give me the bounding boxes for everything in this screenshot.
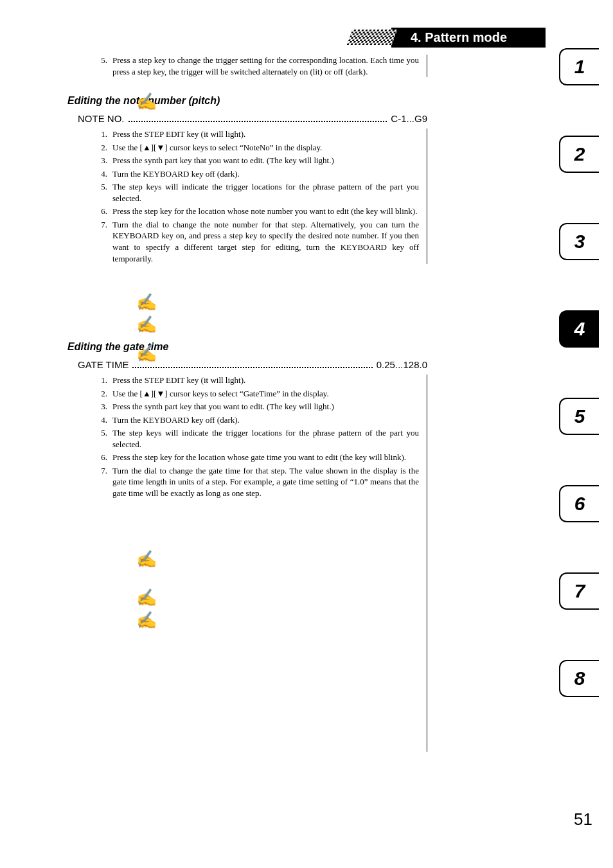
step-text: Press the synth part key that you want t… <box>112 155 419 166</box>
tab-1[interactable]: 1 <box>559 48 599 85</box>
gate-step-list: 1.Press the STEP EDIT key (it will light… <box>67 375 419 499</box>
list-item: 1.Press the STEP EDIT key (it will light… <box>100 128 419 140</box>
note-hand-icon: ✍ <box>136 315 157 335</box>
step-number: 1. <box>100 375 112 386</box>
side-tab-index: 1 2 3 4 5 6 7 8 <box>559 48 599 697</box>
step-text: Press the STEP EDIT key (it will light). <box>112 375 419 386</box>
note-hand-icon: ✍ <box>136 610 157 630</box>
step-text: Press a step key to change the trigger s… <box>112 55 419 77</box>
intro-step-list: 5. Press a step key to change the trigge… <box>67 55 419 77</box>
decorative-checker <box>347 30 398 45</box>
step-number: 6. <box>100 452 112 463</box>
list-item: 1.Press the STEP EDIT key (it will light… <box>100 375 419 386</box>
list-item: 3.Press the synth part key that you want… <box>100 401 419 412</box>
step-number: 2. <box>100 388 112 400</box>
list-item: 3.Press the synth part key that you want… <box>100 155 419 166</box>
step-number: 7. <box>100 465 112 499</box>
tab-7[interactable]: 7 <box>559 572 599 610</box>
list-item: 5. Press a step key to change the trigge… <box>100 55 419 77</box>
step-text: Use the [▲][▼] cursor keys to select “Ga… <box>112 388 419 400</box>
list-item: 6.Press the step key for the location wh… <box>100 452 419 463</box>
list-item: 5.The step keys will indicate the trigge… <box>100 181 419 204</box>
step-number: 7. <box>100 219 112 264</box>
param-label: GATE TIME <box>78 359 129 370</box>
main-content: 5. Press a step key to change the trigge… <box>67 55 427 752</box>
step-text: Press the STEP EDIT key (it will light). <box>112 128 419 140</box>
param-label: NOTE NO. <box>78 113 125 124</box>
param-value: 0.25...128.0 <box>377 359 427 370</box>
list-item: 7.Turn the dial to change the gate time … <box>100 465 419 499</box>
note-hand-icon: ✍ <box>136 292 157 312</box>
step-number: 3. <box>100 401 112 412</box>
parameter-line: NOTE NO. C-1...G9 <box>73 113 427 125</box>
note-hand-icon: ✍ <box>136 549 157 569</box>
step-number: 5. <box>100 181 112 204</box>
step-number: 5. <box>100 55 112 77</box>
note-hand-icon: ✍ <box>136 92 157 112</box>
list-item: 6.Press the step key for the location wh… <box>100 206 419 217</box>
chapter-title: 4. Pattern mode <box>391 28 546 48</box>
list-item: 4.Turn the KEYBOARD key off (dark). <box>100 168 419 180</box>
step-text: Turn the dial to change the gate time fo… <box>112 465 419 499</box>
tab-8[interactable]: 8 <box>559 660 599 697</box>
tab-2[interactable]: 2 <box>559 136 599 173</box>
step-text: Use the [▲][▼] cursor keys to select “No… <box>112 142 419 154</box>
list-item: 2.Use the [▲][▼] cursor keys to select “… <box>100 142 419 154</box>
step-text: Turn the dial to change the note number … <box>112 219 419 264</box>
step-number: 6. <box>100 206 112 217</box>
list-item: 5.The step keys will indicate the trigge… <box>100 427 419 450</box>
step-text: Press the step key for the location whos… <box>112 206 419 217</box>
section-heading-note-number: Editing the note number (pitch) <box>67 95 427 107</box>
step-number: 2. <box>100 142 112 154</box>
step-number: 4. <box>100 168 112 180</box>
tab-5[interactable]: 5 <box>559 398 599 435</box>
note-step-list: 1.Press the STEP EDIT key (it will light… <box>67 128 419 264</box>
tab-6[interactable]: 6 <box>559 485 599 522</box>
leader-dots <box>132 367 372 368</box>
step-text: Turn the KEYBOARD key off (dark). <box>112 168 419 180</box>
step-text: The step keys will indicate the trigger … <box>112 427 419 450</box>
section-heading-gate-time: Editing the gate time <box>67 341 427 353</box>
step-number: 5. <box>100 427 112 450</box>
step-number: 3. <box>100 155 112 166</box>
note-hand-icon: ✍ <box>136 588 157 608</box>
step-number: 1. <box>100 128 112 140</box>
param-value: C-1...G9 <box>391 113 427 124</box>
page-number: 51 <box>574 810 592 829</box>
parameter-line: GATE TIME 0.25...128.0 <box>73 359 427 371</box>
leader-dots <box>129 121 387 122</box>
list-item: 7.Turn the dial to change the note numbe… <box>100 219 419 264</box>
step-number: 4. <box>100 414 112 426</box>
step-text: Press the synth part key that you want t… <box>112 401 419 412</box>
step-text: Turn the KEYBOARD key off (dark). <box>112 414 419 426</box>
note-hand-icon: ✍ <box>136 344 157 364</box>
tab-3[interactable]: 3 <box>559 223 599 260</box>
step-text: Press the step key for the location whos… <box>112 452 419 463</box>
step-text: The step keys will indicate the trigger … <box>112 181 419 204</box>
chapter-header: 4. Pattern mode <box>350 27 546 48</box>
list-item: 4.Turn the KEYBOARD key off (dark). <box>100 414 419 426</box>
tab-4[interactable]: 4 <box>559 310 599 348</box>
list-item: 2.Use the [▲][▼] cursor keys to select “… <box>100 388 419 400</box>
